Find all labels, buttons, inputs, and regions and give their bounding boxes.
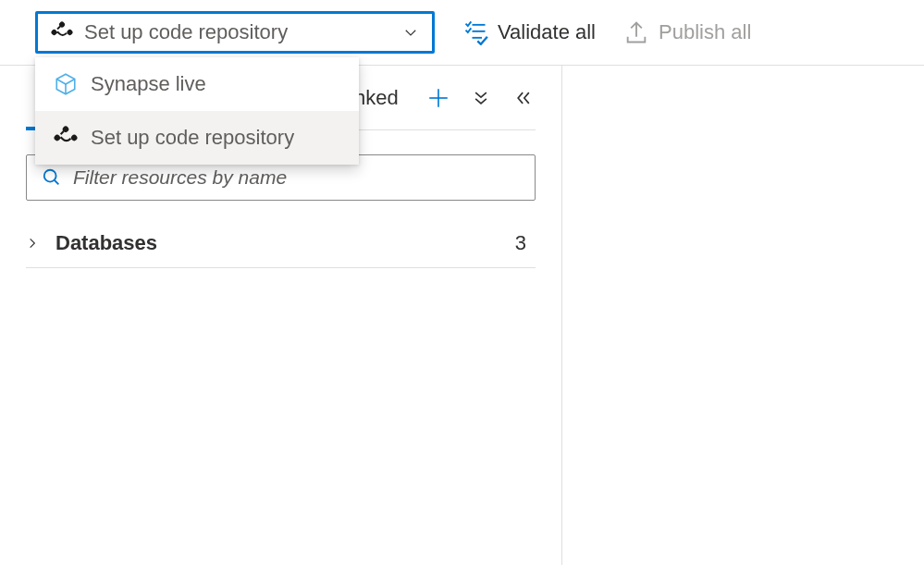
top-toolbar: Set up code repository Validate all Publ… [0,0,924,66]
upload-icon [623,19,649,45]
triangle-right-icon [26,237,39,250]
chevron-down-icon [402,24,419,41]
validate-all-button[interactable]: Validate all [462,19,596,45]
filter-input[interactable] [73,166,520,189]
resource-tree: Databases 3 [26,219,536,268]
repo-mode-menu: Synapse live Set up code repository [35,57,359,165]
search-icon [42,167,62,188]
svg-line-7 [55,180,59,185]
publish-all-label: Publish all [659,20,751,44]
right-pane [562,66,924,565]
publish-all-button: Publish all [623,19,751,45]
repo-mode-label: Set up code repository [84,20,391,44]
menu-item-label: Set up code repository [91,126,294,150]
expand-toggle[interactable] [26,237,44,250]
menu-item-synapse-live[interactable]: Synapse live [35,57,359,111]
checklist-icon [462,19,488,45]
branch-icon [54,126,78,150]
expand-all-button[interactable] [469,86,493,110]
menu-item-label: Synapse live [91,72,206,96]
repo-mode-dropdown[interactable]: Set up code repository [35,11,435,54]
synapse-icon [54,72,78,96]
add-resource-button[interactable] [426,86,450,110]
double-chevron-down-icon [472,89,490,107]
menu-item-setup-repo[interactable]: Set up code repository [35,111,359,165]
tree-item-databases[interactable]: Databases 3 [26,219,536,267]
branch-icon [51,21,73,43]
tree-item-label: Databases [55,231,515,255]
svg-point-6 [44,170,56,182]
tree-item-count: 3 [515,231,526,255]
validate-all-label: Validate all [498,20,596,44]
collapse-pane-button[interactable] [511,86,536,110]
plus-icon [426,85,450,111]
double-chevron-left-icon [514,89,533,107]
